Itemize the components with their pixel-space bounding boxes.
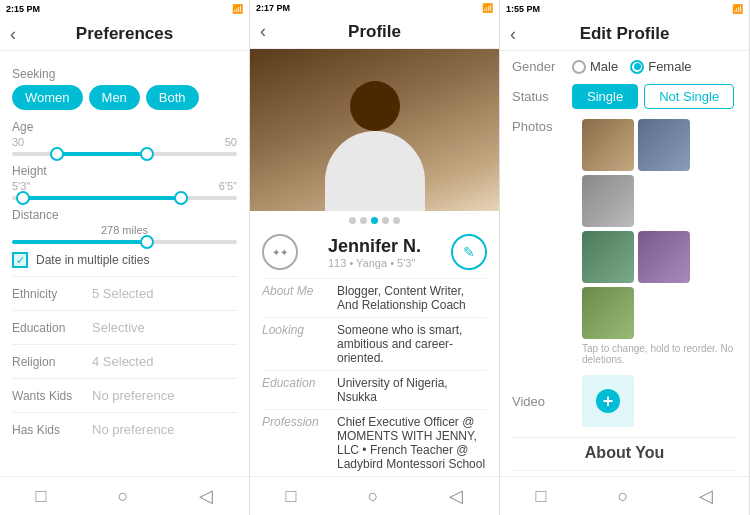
photos-hint: Tap to change, hold to reorder. No delet… xyxy=(582,343,737,365)
video-section: Video + xyxy=(512,375,737,427)
nav-square-3[interactable]: □ xyxy=(536,486,547,507)
looking-label: Looking xyxy=(262,323,337,365)
nav-back-2[interactable]: ◁ xyxy=(449,485,463,507)
dot-5 xyxy=(393,217,400,224)
has-kids-value: No preference xyxy=(92,422,174,437)
time-3: 1:55 PM xyxy=(506,4,540,14)
seek-men[interactable]: Men xyxy=(89,85,140,110)
nav-circle-1[interactable]: ○ xyxy=(117,486,128,507)
ethnicity-label: Ethnicity xyxy=(12,287,92,301)
status-buttons: Single Not Single xyxy=(572,84,734,109)
religion-value: 4 Selected xyxy=(92,354,153,369)
has-kids-label: Has Kids xyxy=(12,423,92,437)
status-bar-2: 2:17 PM 📶 xyxy=(250,0,499,16)
photo-thumb-4[interactable] xyxy=(582,231,634,283)
signal-icon-1: 📶 xyxy=(232,4,243,14)
profile-name-row: ✦✦ Jennifer N. 113 • Yanga • 5'3" ✎ xyxy=(262,234,487,270)
wants-kids-row[interactable]: Wants Kids No preference xyxy=(12,378,237,412)
about-you-header: About You xyxy=(512,437,737,462)
distance-value: 278 miles xyxy=(12,224,237,236)
religion-row[interactable]: Religion 4 Selected xyxy=(12,344,237,378)
distance-track[interactable] xyxy=(12,240,237,244)
gender-female-radio-inner xyxy=(634,63,641,70)
profile-details: About Me Blogger, Content Writer, And Re… xyxy=(250,278,499,476)
photos-label: Photos xyxy=(512,119,572,134)
ethnicity-row[interactable]: Ethnicity 5 Selected xyxy=(12,276,237,310)
profile-edit-button[interactable]: ✎ xyxy=(451,234,487,270)
height-thumb-1[interactable] xyxy=(16,191,30,205)
gender-row: Gender Male Female xyxy=(512,59,737,74)
profile-info: ✦✦ Jennifer N. 113 • Yanga • 5'3" ✎ xyxy=(250,230,499,278)
date-multiple-cities-checkbox[interactable]: ✓ xyxy=(12,252,28,268)
seeking-label: Seeking xyxy=(12,67,237,81)
video-add-button[interactable]: + xyxy=(582,375,634,427)
profile-badge-icon: ✦✦ xyxy=(262,234,298,270)
age-thumb-1[interactable] xyxy=(50,147,64,161)
nav-circle-3[interactable]: ○ xyxy=(617,486,628,507)
has-kids-row[interactable]: Has Kids No preference xyxy=(12,412,237,446)
height-fill xyxy=(23,196,181,200)
age-min: 30 xyxy=(12,136,24,148)
nav-back-1[interactable]: ◁ xyxy=(199,485,213,507)
profile-photo-container xyxy=(250,49,499,211)
height-track[interactable] xyxy=(12,196,237,200)
photo-thumb-3[interactable] xyxy=(582,175,634,227)
single-button[interactable]: Single xyxy=(572,84,638,109)
nav-square-2[interactable]: □ xyxy=(286,486,297,507)
seek-women[interactable]: Women xyxy=(12,85,83,110)
about-me-row: About Me Blogger, Content Writer, And Re… xyxy=(262,278,487,317)
status-row: Status Single Not Single xyxy=(512,84,737,109)
education-row[interactable]: Education Selective xyxy=(12,310,237,344)
profession-row: Profession Chief Executive Officer @ MOM… xyxy=(262,409,487,476)
gender-female-radio[interactable] xyxy=(630,60,644,74)
bottom-nav-2: □ ○ ◁ xyxy=(250,476,499,515)
gender-female-option[interactable]: Female xyxy=(630,59,691,74)
profile-name-block: Jennifer N. 113 • Yanga • 5'3" xyxy=(328,236,421,269)
dot-2 xyxy=(360,217,367,224)
video-plus-icon: + xyxy=(596,389,620,413)
nav-circle-2[interactable]: ○ xyxy=(367,486,378,507)
seek-both[interactable]: Both xyxy=(146,85,199,110)
date-multiple-cities-row[interactable]: ✓ Date in multiple cities xyxy=(12,252,237,268)
photo-thumb-6[interactable] xyxy=(582,287,634,339)
photo-thumb-5[interactable] xyxy=(638,231,690,283)
gender-male-radio[interactable] xyxy=(572,60,586,74)
badge-symbol: ✦✦ xyxy=(272,247,288,258)
wants-kids-label: Wants Kids xyxy=(12,389,92,403)
profile-title: Profile xyxy=(348,22,401,42)
photo-thumb-2[interactable] xyxy=(638,119,690,171)
top-bar-3: ‹ Edit Profile xyxy=(500,18,749,51)
photo-thumb-1[interactable] xyxy=(582,119,634,171)
back-arrow-1[interactable]: ‹ xyxy=(10,24,16,45)
distance-slider-section: Distance 278 miles xyxy=(12,208,237,244)
distance-fill xyxy=(12,240,147,244)
nav-back-3[interactable]: ◁ xyxy=(699,485,713,507)
education-detail-row: Education University of Nigeria, Nsukka xyxy=(262,370,487,409)
profession-label: Profession xyxy=(262,415,337,471)
age-values: 30 50 xyxy=(12,136,237,148)
back-arrow-2[interactable]: ‹ xyxy=(260,21,266,42)
religion-label: Religion xyxy=(12,355,92,369)
back-arrow-3[interactable]: ‹ xyxy=(510,24,516,45)
age-label: Age xyxy=(12,120,237,134)
gender-male-option[interactable]: Male xyxy=(572,59,618,74)
wants-kids-value: No preference xyxy=(92,388,174,403)
age-max: 50 xyxy=(225,136,237,148)
not-single-button[interactable]: Not Single xyxy=(644,84,734,109)
signal-icon-2: 📶 xyxy=(482,3,493,13)
height-thumb-2[interactable] xyxy=(174,191,188,205)
nav-square-1[interactable]: □ xyxy=(36,486,47,507)
video-label: Video xyxy=(512,394,572,409)
profile-meta: 113 • Yanga • 5'3" xyxy=(328,257,421,269)
profile-name: Jennifer N. xyxy=(328,236,421,257)
profile-photo xyxy=(250,49,499,211)
looking-row: Looking Someone who is smart, ambitious … xyxy=(262,317,487,370)
gender-female-label: Female xyxy=(648,59,691,74)
photo-dots xyxy=(250,211,499,230)
photos-grid xyxy=(582,119,737,227)
distance-thumb[interactable] xyxy=(140,235,154,249)
gender-radio-group: Male Female xyxy=(572,59,692,74)
age-thumb-2[interactable] xyxy=(140,147,154,161)
status-bar-1: 2:15 PM 📶 xyxy=(0,0,249,18)
age-track[interactable] xyxy=(12,152,237,156)
